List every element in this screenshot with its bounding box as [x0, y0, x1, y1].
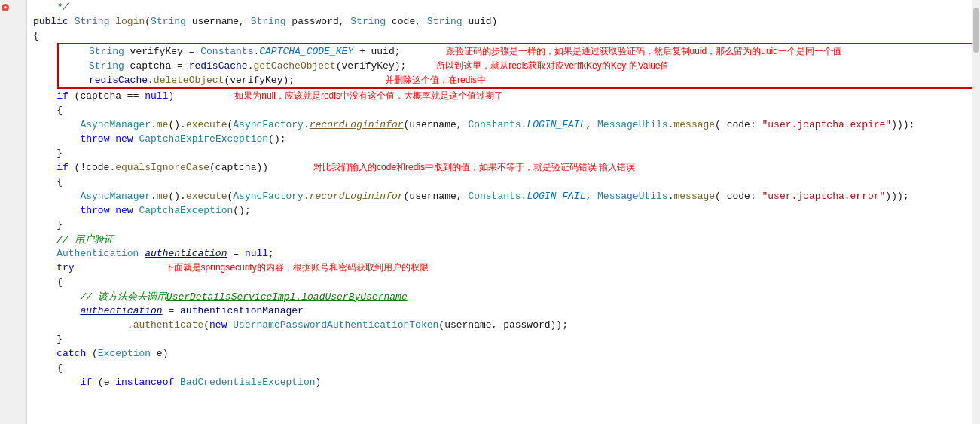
- cn-comment-5: 对比我们输入的code和redis中取到的值；如果不等于，就是验证码错误 输入错…: [313, 161, 635, 174]
- code-line-24: }: [27, 332, 980, 346]
- type-string: String: [75, 16, 110, 27]
- ln-5: [0, 57, 26, 72]
- cn-comment-1: 跟验证码的步骤是一样的，如果是通过获取验证码，然后复制uuid，那么留为的uui…: [446, 45, 841, 58]
- ln-4: [0, 43, 26, 57]
- code-editor: ● */ pu: [0, 0, 980, 424]
- param-type4: String: [427, 16, 463, 27]
- ln-7: [0, 86, 26, 100]
- execute-method2: execute: [186, 191, 227, 202]
- constants-class3: Constants: [468, 191, 521, 202]
- kw-if3: if: [80, 377, 92, 388]
- captcha-class: CaptchaException: [139, 205, 233, 216]
- ln-20: [0, 272, 26, 286]
- scrollbar-thumb[interactable]: [973, 8, 979, 53]
- kw-catch: catch: [33, 348, 86, 359]
- kw-null2: null: [245, 248, 268, 259]
- comment-load-user: // 该方法会去调用UserDetailsServiceImpl.loadUse…: [80, 290, 407, 304]
- kw-if: if: [33, 90, 69, 102]
- authenticate-method: authenticate: [133, 319, 204, 331]
- comment-user-auth: // 用户验证: [33, 233, 114, 246]
- code-line-2: public String login ( String username, S…: [27, 14, 980, 29]
- red-box: String verifyKey = Constants . CAPTCHA_C…: [57, 43, 974, 89]
- equals-ignore-method: equalsIgnoreCase: [115, 162, 209, 173]
- async-factory-class: AsyncFactory: [233, 119, 304, 130]
- cn-comment-3: 并删除这个值，在redis中: [385, 74, 486, 87]
- ln-3: [0, 29, 26, 43]
- ln-1: ●: [0, 0, 26, 14]
- code-line-5: String captcha = redisCache . getCacheOb…: [59, 59, 972, 73]
- code-line-13: {: [27, 175, 980, 189]
- ln-13: [0, 172, 26, 186]
- ln-8: [0, 100, 26, 114]
- msg-utils-class: MessageUtils: [597, 119, 668, 130]
- message-method2: message: [673, 191, 715, 202]
- code-line-20: {: [27, 275, 980, 289]
- code-line-12: if (!code. equalsIgnoreCase (captcha)) 对…: [27, 160, 980, 175]
- code-line-6: redisCache . deleteObject (verifyKey); 并…: [59, 73, 972, 87]
- cn-comment-6: 下面就是springsecurity的内容，根据账号和密码获取到用户的权限: [165, 261, 429, 274]
- async-manager-class2: AsyncManager: [80, 191, 151, 202]
- cn-comment-2: 所以到这里，就从redis获取对应verifkKey的Key 的Value值: [436, 59, 669, 72]
- auth-var: authentication: [145, 248, 227, 259]
- vertical-scrollbar[interactable]: [972, 0, 980, 424]
- code-line-15: throw new CaptchaException ();: [27, 203, 980, 218]
- type-string3: String: [89, 60, 124, 72]
- type-string2: String: [89, 46, 124, 57]
- code-line-23: . authenticate ( new UsernamePasswordAut…: [27, 318, 980, 332]
- ln-12: [0, 157, 26, 172]
- kw-throw2: throw: [80, 205, 109, 216]
- ln-17: [0, 229, 26, 243]
- redis-cache-var2: redisCache: [89, 75, 148, 86]
- ln-25: [0, 343, 26, 358]
- delete-object-method: deleteObject: [154, 75, 224, 86]
- cn-comment-4: 如果为null，应该就是redis中没有这个值，大概率就是这个值过期了: [234, 90, 503, 102]
- code-line-19: try 下面就是springsecurity的内容，根据账号和密码获取到用户的权…: [27, 261, 980, 275]
- code-line-7: if (captcha == null ) 如果为null，应该就是redis中…: [27, 89, 980, 103]
- comment-star: */: [33, 2, 69, 13]
- ln-27: [0, 372, 26, 386]
- param-type3: String: [350, 16, 386, 27]
- code-line-17: // 用户验证: [27, 232, 980, 246]
- auth-class: Authentication: [33, 248, 139, 259]
- ln-15: [0, 200, 26, 215]
- bad-credentials-class: BadCredentialsException: [180, 377, 315, 388]
- param-type1: String: [151, 16, 186, 27]
- constants-class2: Constants: [468, 119, 521, 130]
- record-login-method2: recordLogininfor: [310, 191, 404, 202]
- ln-19: [0, 258, 26, 272]
- code-line-16: }: [27, 218, 980, 232]
- me-method2: me: [157, 191, 169, 202]
- ln-9: [0, 114, 26, 129]
- captcha-key-const: CAPTCHA_CODE_KEY: [259, 46, 353, 57]
- auth-manager-var: authenticationManager: [180, 305, 304, 316]
- line-numbers: ●: [0, 0, 27, 424]
- kw-try: try: [33, 262, 75, 273]
- captcha-expire-class: CaptchaExpireException: [139, 133, 268, 145]
- login-fail-const: LOGIN_FAIL: [527, 119, 585, 130]
- code-line-11: }: [27, 146, 980, 160]
- ln-26: [0, 358, 26, 372]
- code-line-21: // 该方法会去调用UserDetailsServiceImpl.loadUse…: [27, 289, 980, 304]
- code-line-3: {: [27, 29, 980, 43]
- ln-29: [0, 401, 26, 415]
- kw-throw: throw: [80, 133, 109, 145]
- kw-new3: new: [209, 319, 227, 331]
- ln-2: [0, 14, 26, 29]
- ln-10: [0, 129, 26, 143]
- ln-24: [0, 329, 26, 343]
- exception-class: Exception: [98, 348, 151, 359]
- execute-method: execute: [186, 119, 227, 130]
- code-line-4: String verifyKey = Constants . CAPTCHA_C…: [59, 44, 972, 59]
- ln-16: [0, 215, 26, 229]
- code-line-26: {: [27, 361, 980, 375]
- login-fail-const2: LOGIN_FAIL: [527, 191, 585, 202]
- constants-class: Constants: [200, 46, 253, 57]
- code-line-9: AsyncManager . me (). execute ( AsyncFac…: [27, 117, 980, 132]
- code-line-14: AsyncManager . me (). execute ( AsyncFac…: [27, 189, 980, 203]
- get-cache-method: getCacheObject: [253, 60, 335, 72]
- str-jcaptcha-error: "user.jcaptcha.error": [762, 191, 886, 202]
- code-content: */ public String login ( String username…: [27, 0, 980, 424]
- auth-assign-var: authentication: [80, 305, 162, 316]
- me-method: me: [157, 119, 169, 130]
- code-line-25: catch ( Exception e): [27, 346, 980, 361]
